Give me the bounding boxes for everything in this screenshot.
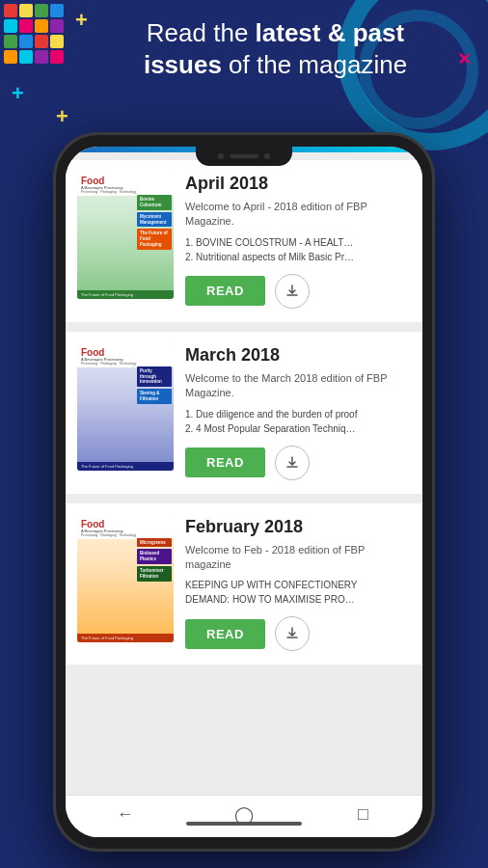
magazine-card-march2018: Food A Beverages Processing Processing ·…: [66, 332, 422, 494]
scroll-content[interactable]: Food A Beverages Processing Processing ·…: [66, 152, 422, 795]
magazine-info-april2018: April 2018 Welcome to April - 2018 editi…: [185, 174, 411, 309]
magazine-actions-march2018: READ: [185, 446, 411, 480]
nav-recent-button[interactable]: □: [343, 801, 382, 828]
magazine-title-april2018: April 2018: [185, 174, 411, 194]
header-text: Read the latest & past issues of the mag…: [72, 17, 478, 80]
recent-icon: □: [358, 804, 368, 825]
magazine-description-april2018: Welcome to April - 2018 edition of FBP M…: [185, 200, 411, 230]
magazine-articles-april2018: 1. BOVINE COLOSTRUM - A HEALTH DRI...2. …: [185, 235, 411, 264]
magazine-cover-march2018: Food A Beverages Processing Processing ·…: [77, 345, 174, 471]
nav-back-button[interactable]: ←: [106, 801, 145, 828]
magazine-cover-feb2018: Food A Beverages Processing Processing ·…: [77, 517, 174, 642]
magazine-description-feb2018: Welcome to Feb - 2018 edition of FBP mag…: [185, 543, 411, 573]
color-squares-decoration: [0, 0, 68, 68]
magazine-card-april2018: Food A Beverages Processing Processing ·…: [66, 160, 422, 322]
read-button-feb2018[interactable]: READ: [185, 619, 265, 649]
magazine-actions-april2018: READ: [185, 274, 411, 309]
magazine-info-march2018: March 2018 Welcome to the March 2018 edi…: [185, 345, 411, 480]
download-button-march2018[interactable]: [275, 446, 310, 480]
deco-plus-2: +: [12, 81, 24, 106]
phone-screen: Food A Beverages Processing Processing ·…: [66, 147, 422, 837]
read-button-march2018[interactable]: READ: [185, 448, 265, 477]
front-camera: [218, 153, 224, 159]
magazine-card-feb2018: Food A Beverages Processing Processing ·…: [66, 503, 422, 665]
sensor-dot: [264, 153, 270, 159]
earpiece: [230, 154, 258, 158]
magazine-cover-april2018: Food A Beverages Processing Processing ·…: [77, 174, 174, 299]
home-indicator: [186, 822, 302, 826]
magazine-articles-feb2018: KEEPING UP WITH CONFECTIONERYDEMAND: HOW…: [185, 578, 411, 607]
phone-notch: [196, 147, 292, 166]
magazine-title-feb2018: February 2018: [185, 517, 411, 537]
bottom-navigation: ← ◯ □: [66, 795, 422, 837]
back-icon: ←: [117, 804, 134, 825]
magazine-articles-march2018: 1. Due diligence and the burden of proof…: [185, 407, 411, 436]
read-button-april2018[interactable]: READ: [185, 276, 265, 306]
magazine-info-feb2018: February 2018 Welcome to Feb - 2018 edit…: [185, 517, 411, 652]
magazine-title-march2018: March 2018: [185, 345, 411, 366]
magazine-actions-feb2018: READ: [185, 616, 411, 651]
phone-frame: Food A Beverages Processing Processing ·…: [56, 135, 432, 849]
download-button-feb2018[interactable]: [275, 616, 310, 651]
magazine-description-march2018: Welcome to the March 2018 edition of FBP…: [185, 371, 411, 401]
deco-plus-3: +: [56, 104, 68, 129]
download-button-april2018[interactable]: [275, 274, 310, 309]
